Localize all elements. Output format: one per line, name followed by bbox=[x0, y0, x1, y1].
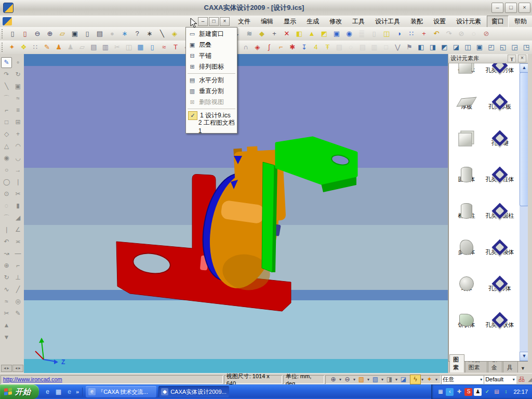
rectangle-icon[interactable]: □ bbox=[1, 117, 12, 128]
formula-icon[interactable]: ≈ bbox=[158, 42, 169, 53]
undo-icon[interactable]: ↶ bbox=[431, 28, 442, 39]
status-shade-icon[interactable]: ▧ bbox=[370, 375, 381, 384]
dropdown-arrow-icon[interactable]: ▾ bbox=[367, 377, 369, 382]
curve-icon[interactable]: ↷ bbox=[1, 69, 12, 80]
new-document-icon[interactable]: ▯ bbox=[7, 28, 18, 39]
tray-green-icon[interactable]: ✓ bbox=[483, 388, 491, 396]
pencil2-icon[interactable]: ✎ bbox=[12, 308, 23, 319]
arc-up-icon[interactable]: ◠ bbox=[12, 141, 23, 152]
view-nw-icon[interactable]: ◲ bbox=[509, 42, 520, 53]
quick-launch-more-icon[interactable]: » bbox=[76, 389, 79, 395]
equal-icon[interactable]: ≍ bbox=[12, 236, 23, 247]
pin-icon[interactable]: ┰ bbox=[508, 55, 516, 62]
target-icon[interactable]: ◎ bbox=[12, 296, 23, 307]
text-arrow-icon[interactable]: T bbox=[170, 42, 181, 53]
toolbar-grip[interactable] bbox=[2, 29, 5, 38]
tray-qq-icon[interactable]: ♟ bbox=[474, 388, 482, 396]
status-zoom-out-icon[interactable]: ⊖ bbox=[342, 375, 353, 384]
redo2-icon[interactable]: ↻ bbox=[12, 69, 23, 80]
status-zoom-in-icon[interactable]: ⊕ bbox=[328, 375, 339, 384]
zoom-out-icon[interactable]: ⊖ bbox=[32, 28, 43, 39]
polyline-icon[interactable]: ⌐ bbox=[1, 105, 12, 116]
tray-updown-icon[interactable]: ↕ bbox=[502, 388, 510, 396]
person-gray-icon[interactable]: ♟ bbox=[65, 42, 76, 53]
circle-icon[interactable]: ○ bbox=[1, 165, 12, 176]
status-lock-icon[interactable]: ✦ bbox=[424, 375, 435, 384]
add-entity-icon[interactable]: + bbox=[269, 28, 280, 39]
minimize-button[interactable]: – bbox=[491, 3, 503, 13]
library-scrollbar[interactable]: ▲ ▼ bbox=[520, 63, 528, 361]
hook2-icon[interactable]: ⌐ bbox=[12, 260, 23, 271]
trim-icon[interactable]: ✂ bbox=[1, 308, 12, 319]
sphere-tool-icon[interactable]: ● bbox=[107, 28, 118, 39]
quick-media-icon[interactable]: e bbox=[65, 388, 74, 396]
bar-icon[interactable]: ∣ bbox=[12, 177, 23, 188]
flag-icon[interactable]: ⚑ bbox=[404, 42, 415, 53]
编辑[interactable]: 编辑 bbox=[256, 16, 278, 28]
dropdown-arrow-icon[interactable]: ▾ bbox=[381, 377, 383, 382]
hatch-tool-icon[interactable]: ◈ bbox=[169, 28, 180, 39]
tray-capture-icon[interactable]: ✚ bbox=[455, 388, 463, 396]
double-v-icon[interactable]: ⋁ bbox=[392, 42, 403, 53]
person-icon[interactable]: ♟ bbox=[54, 42, 64, 53]
circle-center-icon[interactable]: ◉ bbox=[1, 153, 12, 164]
perp-icon[interactable]: ⊥ bbox=[12, 272, 23, 283]
plus-icon[interactable]: + bbox=[12, 129, 23, 140]
dropdown-arrow-icon[interactable]: ▾ bbox=[353, 377, 355, 382]
close-panel-icon[interactable]: × bbox=[518, 55, 526, 62]
remove-entity-icon[interactable]: ✕ bbox=[281, 28, 292, 39]
view-iso-icon[interactable]: ◧ bbox=[416, 42, 427, 53]
view-back-icon[interactable]: ◩ bbox=[439, 42, 450, 53]
approx-icon[interactable]: ≈ bbox=[1, 296, 12, 307]
render-spray-icon[interactable]: ∗ bbox=[119, 28, 130, 39]
dash-icon[interactable]: — bbox=[12, 248, 23, 259]
mdi-close-button[interactable]: × bbox=[220, 17, 230, 26]
工具[interactable]: 工具 bbox=[348, 16, 369, 28]
add-point-icon[interactable]: + bbox=[418, 28, 430, 39]
mdi-restore-button[interactable]: □ bbox=[209, 17, 219, 26]
fillet-icon[interactable]: ↶ bbox=[1, 236, 12, 247]
view-right-icon[interactable]: ◫ bbox=[462, 42, 473, 53]
dropdown-arrow-icon[interactable]: ▾ bbox=[421, 377, 423, 382]
cut-icon[interactable]: ✂ bbox=[12, 189, 23, 200]
point-tool-icon[interactable]: ∗ bbox=[144, 28, 155, 39]
paint-icon[interactable]: ✎ bbox=[42, 42, 52, 53]
up-icon[interactable]: ▲ bbox=[1, 320, 12, 331]
menu-tile[interactable]: ⊟ 平铺 bbox=[186, 50, 237, 61]
dropdown-arrow-icon[interactable]: ▾ bbox=[435, 377, 437, 382]
group1-icon[interactable]: ▤ bbox=[357, 42, 368, 53]
clamp-feature-icon[interactable]: ∩ bbox=[241, 42, 251, 53]
segment-icon[interactable]: ∣ bbox=[1, 224, 12, 235]
装配[interactable]: 装配 bbox=[406, 16, 428, 28]
panel2-icon[interactable]: ▣ bbox=[12, 81, 23, 92]
more-tabs-icon[interactable]: ▼ bbox=[518, 364, 527, 373]
ball2-icon[interactable]: ◌ bbox=[345, 42, 356, 53]
no-pencil-icon[interactable]: ⊘ bbox=[481, 28, 492, 39]
tray-sogou-icon[interactable]: S bbox=[464, 388, 472, 396]
tool-4-icon[interactable]: 4 bbox=[311, 42, 322, 53]
dropdown-arrow-icon[interactable]: ▾ bbox=[339, 377, 341, 382]
dashed-circle-icon[interactable]: ◌ bbox=[1, 201, 12, 211]
grid-icon[interactable]: ⊞ bbox=[12, 117, 23, 128]
lib-pie[interactable]: 饼状体 bbox=[450, 320, 483, 356]
tool-T-icon[interactable]: Ŧ bbox=[322, 42, 333, 53]
revolve-feature-icon[interactable]: ◉ bbox=[343, 28, 355, 39]
view-left-icon[interactable]: ◪ bbox=[451, 42, 462, 53]
tray-input-icon[interactable]: ▦ bbox=[436, 388, 444, 396]
tray-hide-icon[interactable]: ‹ bbox=[446, 388, 454, 396]
blob-feature-icon[interactable]: ▒ bbox=[356, 28, 367, 39]
line-icon[interactable]: ╲ bbox=[1, 81, 12, 92]
blue-doc-icon[interactable]: ▯ bbox=[147, 42, 158, 53]
diamond-icon[interactable]: ◇ bbox=[1, 129, 12, 140]
帮助[interactable]: 帮助 bbox=[510, 16, 531, 28]
hook-icon[interactable]: ⌐ bbox=[275, 42, 286, 53]
column-scroll-icon[interactable]: ◂ ▸ bbox=[1, 365, 12, 372]
tray-doc-icon[interactable]: ▤ bbox=[493, 388, 500, 396]
copy-small-icon[interactable]: ∷ bbox=[30, 42, 41, 53]
view-filter-combo[interactable]: 任意 ▾ bbox=[441, 375, 484, 384]
folder-gray-icon[interactable]: ▱ bbox=[77, 42, 88, 53]
arc-down-icon[interactable]: ◡ bbox=[12, 153, 23, 164]
quick-desktop-icon[interactable]: ▦ bbox=[54, 388, 63, 396]
wave-icon[interactable]: ∿ bbox=[1, 284, 12, 295]
save-icon[interactable]: ▣ bbox=[69, 28, 81, 39]
